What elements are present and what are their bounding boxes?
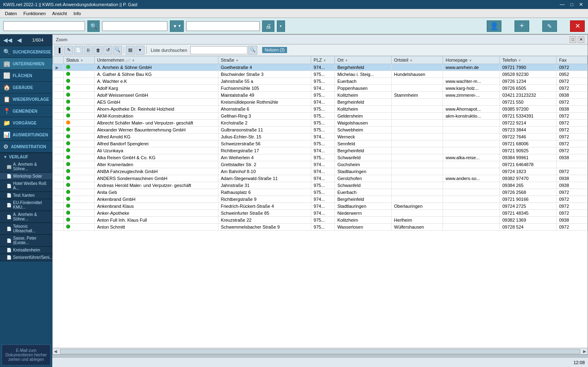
filter-button[interactable]: ▼ ▾	[170, 20, 184, 32]
scroll-right-btn[interactable]: ▶	[582, 349, 588, 354]
col-unternehmen[interactable]: Unternehmen △▽ ▼	[94, 56, 218, 64]
col-status[interactable]: Status ▼	[63, 56, 94, 64]
col-ort[interactable]: Ort ▼	[335, 56, 392, 64]
sidebar-item-gebaude[interactable]: 🏠 GEBÄUDE	[0, 82, 52, 93]
col-ortsteil[interactable]: Ortsteil ▼	[392, 56, 443, 64]
sidebar-item-suchergebnisse[interactable]: 🔍 SUCHERGEBNISSE	[0, 46, 52, 58]
table-row[interactable]: Anker-ApothekeSchweinfurter Straße 85974…	[53, 210, 588, 217]
table-row[interactable]: Alter KramerladenGrettstadter Str. 2974.…	[53, 161, 588, 168]
filter-input[interactable]	[102, 21, 167, 31]
sidebar-item-unternehmen[interactable]: 🏢 UNTERNEHMEN	[0, 58, 52, 70]
col-telefon[interactable]: Telefon ▼	[500, 56, 557, 64]
row-status	[63, 113, 94, 120]
sidebar-item-auswertungen[interactable]: 📊 AUSWERTUNGEN	[0, 129, 52, 141]
delete-button[interactable]: ✕	[570, 20, 585, 32]
verlauf-item-1[interactable]: 📄 Workshop Solar	[0, 173, 52, 180]
table-row[interactable]: Alka Reisen GmbH & Co. KGAm Weiherlein 4…	[53, 154, 588, 161]
nav-prev-btn[interactable]: ◀	[16, 36, 23, 44]
edit-button[interactable]: ✎	[542, 20, 557, 32]
list-search-btn[interactable]: 🔍	[248, 46, 257, 55]
table-row[interactable]: Anton SchmittSchwemmelsbacher Straße 997…	[53, 224, 588, 231]
verlauf-item-5[interactable]: 📄 A. Amrhein & Söhne...	[0, 211, 52, 223]
table-row[interactable]: ANBA Fahrzeugtechnik GmbHAm Bahnhof 8-10…	[53, 168, 588, 175]
menu-ansicht[interactable]: Ansicht	[49, 10, 70, 17]
print-button[interactable]: 🖨	[262, 20, 274, 32]
scroll-track[interactable]	[60, 349, 580, 354]
search-button[interactable]: 🔍	[87, 20, 100, 32]
col-strasse[interactable]: Straße ▼	[218, 56, 311, 64]
row-homepage: www.alka-reise...	[443, 154, 500, 161]
table-row[interactable]: ▶A. Amrhein & Söhne GmbHGoethestraße 497…	[53, 64, 588, 71]
second-search-input[interactable]	[186, 21, 260, 31]
table-row[interactable]: ANDERS Sondermaschinen GmbHAdam-Stegerwa…	[53, 175, 588, 182]
close-btn[interactable]: ✕	[577, 2, 585, 7]
verlauf-item-9[interactable]: 📄 Seniorenführer/Seni...	[0, 254, 52, 261]
menu-info[interactable]: Info	[70, 10, 84, 17]
table-row[interactable]: A. Wachter e.KJahnstraße 55 a975...Euerb…	[53, 78, 588, 85]
notizen-badge[interactable]: Notizen (3)	[262, 47, 287, 53]
zoom-table-container[interactable]: Status ▼ Unternehmen △▽ ▼ Straße ▼ PLZ ▼…	[53, 56, 588, 348]
menu-funktionen[interactable]: Funktionen	[20, 10, 49, 17]
table-row[interactable]: Anita GebRathausplatz 6975...Euerbach097…	[53, 189, 588, 196]
table-row[interactable]: Adolf KargFuchsenmühle 105974...Poppenha…	[53, 85, 588, 92]
zt-btn-cols[interactable]: ▤	[126, 46, 135, 55]
sidebar-item-administration[interactable]: ⚙ ADMINISTRATION	[0, 141, 52, 153]
person-icon-button[interactable]: 👤	[487, 20, 501, 32]
table-row[interactable]: Ankenbrand KlausFriedrich-Rückert-Straße…	[53, 203, 588, 210]
verlauf-item-label-3: Test Xanten	[13, 193, 35, 198]
zt-btn-copy[interactable]: ⎘	[84, 46, 93, 55]
verlauf-item-0[interactable]: 🏢 A. Amrhein & Söhne...	[0, 161, 52, 173]
table-row[interactable]: Alexander Werner Bauunternehmung GmbHGul…	[53, 127, 588, 133]
zoom-close-btn[interactable]: ✕	[578, 36, 584, 43]
zoom-restore-btn[interactable]: □	[570, 36, 576, 43]
row-ort: Bergrheinfeld	[335, 99, 392, 106]
maximize-btn[interactable]: □	[569, 2, 575, 7]
row-plz: 975...	[311, 224, 335, 231]
status-dot	[66, 197, 70, 201]
col-plz[interactable]: PLZ ▼	[311, 56, 335, 64]
add-button[interactable]: +	[514, 20, 529, 32]
table-row[interactable]: AES GmbHKreismülldeponie Rothmühle974...…	[53, 99, 588, 106]
nav-first-btn[interactable]: ◀◀	[2, 36, 14, 44]
list-search-input[interactable]	[190, 46, 247, 54]
verlauf-item-2[interactable]: 📄 Hotel Weißes Roß A...	[0, 180, 52, 192]
table-row[interactable]: Anton Full Inh. Klaus FullKreuzstraße 22…	[53, 217, 588, 224]
sidebar-item-wiedervorlage[interactable]: 📋 WIEDERVORLAGE	[0, 93, 52, 105]
table-row[interactable]: Alfred Arnold KGJulius-Echter-Str. 15974…	[53, 133, 588, 140]
scroll-left-btn[interactable]: ◀	[53, 349, 58, 354]
zt-btn-new[interactable]: 📄	[74, 46, 83, 55]
verlauf-item-6[interactable]: 📄 Telsonic Ultraschall...	[0, 223, 52, 235]
sidebar-item-vorgange[interactable]: 📁 VORGÄNGE	[0, 117, 52, 129]
table-row[interactable]: Andreas Herold Maler- und Verputzer- ges…	[53, 182, 588, 189]
verlauf-item-4[interactable]: 📄 EU-Fördermittel KMU...	[0, 199, 52, 211]
zt-btn-select[interactable]: ▐	[54, 46, 63, 55]
sidebar-item-flachen[interactable]: ⬜ FLÄCHEN	[0, 70, 52, 82]
verlauf-item-7[interactable]: 📄 Sasse, Peter (Existe...	[0, 235, 52, 247]
verlauf-item-3[interactable]: 📄 Test Xanten	[0, 192, 52, 199]
print-arrow-button[interactable]: ▾	[277, 20, 285, 32]
table-row[interactable]: Ankenbrand GmbHRichtbergstraße 9974...Be…	[53, 196, 588, 203]
table-row[interactable]: Ali UzunkayaRichtbergstraße 17974...Berg…	[53, 147, 588, 154]
zt-btn-search2[interactable]: 🔍	[113, 46, 122, 55]
zt-btn-delete[interactable]: 🗑	[94, 46, 102, 55]
menu-daten[interactable]: Daten	[2, 10, 20, 17]
sidebar-item-gemeinden[interactable]: 📍 GEMEINDEN	[0, 105, 52, 117]
table-row[interactable]: Adolf Weissenseel GmbHMaintalstraße 4997…	[53, 92, 588, 99]
search-input[interactable]	[3, 21, 85, 31]
table-row[interactable]: A. Gather & Söhne Bau KGBischwinder Stra…	[53, 71, 588, 78]
minimize-btn[interactable]: —	[558, 2, 566, 7]
col-homepage[interactable]: Homepage ▼	[443, 56, 500, 64]
col-fax[interactable]: Fax	[557, 56, 588, 64]
horizontal-scrollbar[interactable]: ◀ ▶	[53, 348, 588, 354]
table-row[interactable]: AKM-KonstruktionGelthari-Ring 3975...Gel…	[53, 113, 588, 120]
row-ortsteil: Wülfershausen	[392, 224, 443, 231]
table-row[interactable]: Alfred Bandorf SpenglereiSchweizerstraße…	[53, 140, 588, 147]
table-row[interactable]: Ahorn-Apotheke Dr. Reinhold HolzheidAhor…	[53, 106, 588, 113]
verlauf-doc-icon-1: 📄	[7, 174, 11, 178]
verlauf-item-8[interactable]: 📄 Kreisaltenheim	[0, 247, 52, 254]
zt-btn-refresh[interactable]: ↺	[103, 46, 112, 55]
table-row[interactable]: Albrecht Schäfer Maler- und Verputzer- g…	[53, 120, 588, 127]
email-drop-zone[interactable]: E-Mail zum Dokumentieren hierher ziehen …	[2, 345, 51, 365]
zt-btn-arrow[interactable]: ▾	[136, 46, 145, 55]
zt-btn-edit[interactable]: ✎	[64, 46, 73, 55]
